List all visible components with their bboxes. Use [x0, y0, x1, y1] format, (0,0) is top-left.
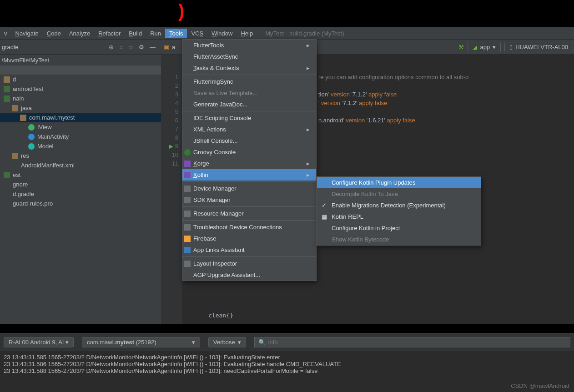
menu-item[interactable]: IDE Scripting Console — [182, 112, 316, 124]
tree-node[interactable]: com.mawl.mytest — [0, 113, 161, 122]
code-line[interactable]: tion' version '7.1.2' apply false — [318, 90, 574, 99]
menu-vcs[interactable]: VCS — [187, 29, 207, 38]
settings-icon[interactable]: ⚙ — [139, 44, 144, 50]
gutter-line[interactable]: 3 — [161, 90, 178, 99]
tree-node[interactable]: MainActivity — [0, 132, 161, 141]
collapse-icon[interactable]: ≣ — [128, 44, 133, 50]
gutter-line[interactable]: 1 — [161, 73, 178, 81]
menu-item[interactable]: FlutterAssetSync — [182, 51, 316, 62]
log-line[interactable]: 23 13:43:31.588 1565-27203/? D/NetworkMo… — [4, 367, 570, 374]
menu-code[interactable]: Code — [43, 29, 65, 38]
menu-item[interactable]: Generate JavaDoc... — [182, 99, 316, 110]
submenu-item[interactable]: ✓Enable Migrations Detection (Experiment… — [317, 200, 481, 211]
tree-node[interactable]: nain — [0, 94, 161, 103]
gutter-line[interactable]: 6 — [161, 116, 178, 125]
file-icon — [4, 191, 10, 197]
editor-bottom-line: clean{} — [196, 309, 574, 322]
project-tree[interactable]: dandroidTestnainjavacom.mawl.mytestIView… — [0, 75, 161, 324]
gutter-line[interactable]: 10 — [161, 151, 178, 159]
file-icon — [12, 162, 18, 169]
logcat-search[interactable]: 🔍 info — [254, 337, 570, 347]
breadcrumb[interactable]: gradle — [0, 44, 18, 50]
logcat-device[interactable]: R-AL00 Android 9, AI ▾ — [4, 337, 74, 347]
menu-window[interactable]: Window — [207, 29, 237, 38]
menu-item[interactable]: Resource Manager — [182, 208, 316, 219]
gutter-line[interactable]: 2 — [161, 81, 178, 90]
tree-node[interactable]: d — [0, 75, 161, 84]
menu-item[interactable]: XML Actions▸ — [182, 124, 316, 135]
tree-node[interactable]: AndroidManifest.xml — [0, 161, 161, 170]
submenu-item[interactable]: Configure Kotlin Plugin Updates — [317, 177, 481, 188]
menu-item[interactable]: Groovy Console — [182, 146, 316, 158]
menu-item[interactable]: Kotlin▸ — [182, 169, 316, 181]
logcat-output[interactable]: 23 13:43:31.585 1565-27203/? D/NetworkMo… — [0, 351, 574, 392]
gutter-line[interactable]: 8 — [161, 133, 178, 142]
tree-label: MainActivity — [37, 133, 69, 140]
menu-refactor[interactable]: Refactor — [94, 29, 125, 38]
tree-node[interactable]: Model — [0, 141, 161, 151]
menu-item[interactable]: SDK Manager — [182, 194, 316, 206]
logcat-app[interactable]: com.mawl.mytest (25192) ▾ — [82, 337, 200, 347]
menu-item[interactable]: Korge▸ — [182, 158, 316, 169]
submenu-item[interactable]: ▦Kotlin REPL — [317, 211, 481, 222]
menu-label: App Links Assistant — [193, 246, 245, 253]
menu-build[interactable]: Build — [125, 29, 146, 38]
logcat-toolbar: R-AL00 Android 9, AI ▾ com.mawl.mytest (… — [0, 333, 574, 351]
gutter-line[interactable]: 5 — [161, 107, 178, 116]
menu-navigate[interactable]: Navigate — [11, 29, 43, 38]
folder-icon — [4, 76, 10, 83]
gutter-line[interactable]: 9 — [161, 142, 178, 151]
menu-run[interactable]: Run — [146, 29, 165, 38]
menu-item[interactable]: Tasks & Contexts▸ — [182, 62, 316, 74]
menu-label: Tasks & Contexts — [193, 65, 239, 71]
menu-item[interactable]: JShell Console... — [182, 135, 316, 146]
module-selector[interactable]: ◢ app ▾ — [468, 42, 501, 52]
tree-node[interactable]: res — [0, 151, 161, 161]
tree-node[interactable]: java — [0, 103, 161, 113]
submenu-item[interactable]: Configure Kotlin in Project — [317, 222, 481, 234]
tree-node[interactable]: d.gradle — [0, 189, 161, 199]
code-line[interactable]: ' version '7.1.2' apply false — [318, 99, 574, 107]
locate-icon[interactable]: ⊕ — [109, 44, 114, 50]
menu-item[interactable]: Troubleshoot Device Connections — [182, 221, 316, 233]
device-selector[interactable]: ▯ HUAWEI VTR-AL00 — [504, 42, 573, 52]
tree-node[interactable]: est — [0, 170, 161, 180]
code-line[interactable]: n.android' version '1.6.21' apply false — [318, 116, 574, 125]
code-line[interactable]: re you can add configuration options com… — [318, 73, 574, 81]
build-icon[interactable]: ⚒ — [458, 44, 464, 50]
tree-node[interactable]: guard-rules.pro — [0, 199, 161, 208]
menu-help[interactable]: Help — [237, 29, 257, 38]
menu-icon — [184, 161, 191, 167]
log-line[interactable]: 23 13:43:31.586 1565-27203/? D/NetworkMo… — [4, 361, 570, 367]
gutter-line[interactable]: 11 — [161, 159, 178, 168]
code-line[interactable] — [318, 81, 574, 90]
menu-item[interactable]: App Links Assistant — [182, 244, 316, 256]
tree-label: IView — [37, 124, 52, 131]
menu-item[interactable]: Device Manager — [182, 183, 316, 194]
expand-icon[interactable]: ≡ — [119, 44, 123, 50]
log-line[interactable]: 23 13:43:31.585 1565-27203/? D/NetworkMo… — [4, 354, 570, 361]
run-config-label[interactable]: a — [172, 44, 175, 50]
menu-item[interactable]: FlutterTools▸ — [182, 40, 316, 51]
menu-item[interactable]: FlutterImgSync — [182, 76, 316, 87]
logcat-level[interactable]: Verbose ▾ — [208, 337, 246, 347]
gutter-line[interactable]: 4 — [161, 99, 178, 107]
menu-icon — [184, 197, 191, 203]
tree-node[interactable]: gnore — [0, 180, 161, 189]
menu-item[interactable]: AGP Upgrade Assistant... — [182, 269, 316, 281]
code-line[interactable] — [318, 133, 574, 142]
code-line[interactable] — [318, 107, 574, 116]
menu-v[interactable]: v — [0, 29, 11, 38]
gutter-line[interactable]: 7 — [161, 125, 178, 133]
menu-item[interactable]: Firebase — [182, 233, 316, 244]
tree-label: d — [13, 76, 16, 83]
hide-icon[interactable]: — — [150, 44, 156, 50]
code-line[interactable] — [318, 125, 574, 133]
menu-analyze[interactable]: Analyze — [65, 29, 94, 38]
tree-node[interactable]: androidTest — [0, 84, 161, 94]
tree-node[interactable]: IView — [0, 122, 161, 132]
window-title: MyTest - build.gradle (MyTest) — [265, 30, 344, 37]
tree-label: androidTest — [13, 85, 43, 92]
menu-item[interactable]: Layout Inspector — [182, 258, 316, 269]
menu-tools[interactable]: Tools — [165, 29, 187, 38]
